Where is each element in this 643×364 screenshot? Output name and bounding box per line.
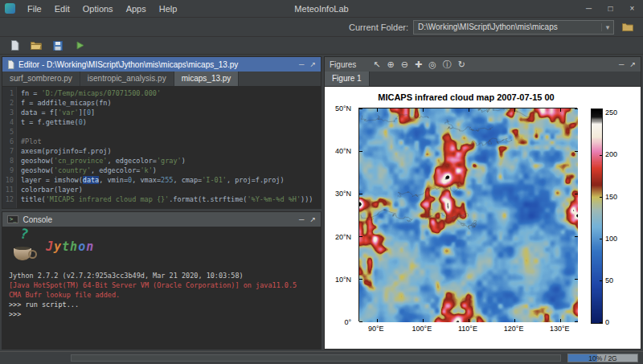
select-tool-icon[interactable]: ↖ bbox=[373, 57, 380, 72]
open-folder-icon bbox=[31, 41, 42, 50]
new-script-button[interactable] bbox=[7, 39, 22, 53]
editor-code: fn = 'D:/Temp/micaps/07071500.000'f = ad… bbox=[17, 87, 321, 208]
y-tick-label: 0° bbox=[344, 318, 351, 326]
panel-float-icon[interactable]: ↗ bbox=[629, 60, 636, 68]
figure-area: MICAPS infrared cloud map 2007-07-15 00 … bbox=[325, 87, 641, 349]
chevron-down-icon[interactable]: ▾ bbox=[601, 23, 613, 31]
main-toolbar bbox=[0, 37, 643, 55]
coffee-cup-icon bbox=[14, 248, 31, 260]
menu-edit[interactable]: Edit bbox=[49, 2, 76, 15]
colorbar-labels: 050100150200250 bbox=[605, 108, 637, 322]
save-button[interactable] bbox=[51, 39, 65, 53]
menu-bar: FileEditOptionsAppsHelp bbox=[22, 2, 182, 15]
y-tick-label: 10°N bbox=[335, 276, 351, 284]
panel-minimize-icon[interactable]: ─ bbox=[619, 60, 624, 68]
line-number: 3 bbox=[2, 108, 14, 117]
line-number: 9 bbox=[2, 166, 14, 175]
close-button[interactable]: × bbox=[621, 2, 643, 15]
figures-tab-bar: Figure 1 bbox=[325, 72, 641, 87]
editor-tab-bar: surf_sombrero.pyisentropic_analysis.pymi… bbox=[2, 72, 321, 87]
minimize-button[interactable]: ─ bbox=[578, 2, 600, 15]
console-panel-header[interactable]: >_ Console ─↗ bbox=[2, 212, 321, 227]
code-line: geoshow('cn_province', edgecolor='gray') bbox=[21, 156, 321, 166]
y-tick-label: 20°N bbox=[335, 233, 351, 241]
zoom-out-tool-icon[interactable]: ⊖ bbox=[401, 57, 408, 72]
x-axis-labels: 90°E100°E110°E120°E130°E bbox=[358, 325, 577, 334]
colorbar-tick-label: 100 bbox=[605, 235, 617, 243]
console-panel-icons: ─↗ bbox=[299, 215, 316, 223]
tab-figure-1[interactable]: Figure 1 bbox=[325, 72, 370, 86]
tab-surf_sombrero.py[interactable]: surf_sombrero.py bbox=[2, 72, 80, 86]
figures-panel: Figures ↖⊕⊖✚◎ⓘ↻ ─↗ Figure 1 MICAPS infra… bbox=[324, 56, 641, 350]
x-tick-label: 90°E bbox=[368, 325, 384, 333]
line-number: 11 bbox=[2, 185, 14, 194]
code-line: axesm(projinfo=f.proj) bbox=[21, 146, 321, 156]
line-number: 8 bbox=[2, 156, 14, 166]
code-line: layer = imshow(data, vmin=0, vmax=255, c… bbox=[21, 175, 321, 185]
console-panel-title: Console bbox=[23, 215, 52, 224]
pan-tool-icon[interactable]: ✚ bbox=[415, 57, 422, 72]
menu-help[interactable]: Help bbox=[154, 2, 183, 15]
browse-folder-button[interactable] bbox=[619, 20, 637, 35]
map-plot[interactable] bbox=[358, 108, 577, 321]
y-tick-label: 40°N bbox=[335, 147, 351, 155]
line-number: 1 bbox=[2, 88, 14, 98]
console-line: [Java HotSpot(TM) 64-Bit Server VM (Orac… bbox=[9, 280, 314, 290]
panel-minimize-icon[interactable]: ─ bbox=[299, 60, 304, 68]
console-output[interactable]: ? Jython Jython 2.7.2 (v2.7.2:925a3cc3b4… bbox=[2, 227, 321, 349]
status-bar: 10% / 2G bbox=[0, 351, 643, 364]
folder-icon bbox=[622, 22, 633, 31]
jython-logo: ? Jython bbox=[10, 231, 314, 268]
main-split: Editor - D:\Working\MIScript\Jython\mis\… bbox=[0, 55, 643, 351]
panel-float-icon[interactable]: ↗ bbox=[309, 60, 316, 68]
colorbar-tick-label: 150 bbox=[605, 193, 617, 201]
editor-panel: Editor - D:\Working\MIScript\Jython\mis\… bbox=[2, 56, 322, 209]
code-line: t = f.gettime(0) bbox=[21, 117, 321, 127]
maximize-button[interactable]: □ bbox=[600, 2, 621, 15]
figure-title: MICAPS infrared cloud map 2007-07-15 00 bbox=[346, 92, 587, 102]
tab-micaps_13.py[interactable]: micaps_13.py bbox=[174, 72, 240, 86]
script-file-icon bbox=[7, 60, 14, 69]
run-icon bbox=[76, 41, 84, 50]
y-tick-label: 30°N bbox=[335, 190, 351, 198]
x-tick-label: 110°E bbox=[458, 325, 477, 333]
code-line: f = addfile_micaps(fn) bbox=[21, 98, 321, 108]
run-script-button[interactable] bbox=[72, 39, 87, 53]
jython-swirl-icon: ? bbox=[19, 228, 30, 239]
code-line: colorbar(layer) bbox=[21, 185, 321, 194]
line-number: 10 bbox=[2, 175, 14, 185]
menu-apps[interactable]: Apps bbox=[121, 2, 152, 15]
colorbar-tick-label: 200 bbox=[605, 150, 617, 158]
window-controls: ─□× bbox=[578, 2, 643, 15]
full-extent-tool-icon[interactable]: ◎ bbox=[428, 57, 436, 72]
menu-options[interactable]: Options bbox=[77, 2, 119, 15]
editor-panel-header[interactable]: Editor - D:\Working\MIScript\Jython\mis\… bbox=[2, 57, 321, 72]
code-line: #Plot bbox=[21, 137, 321, 146]
panel-minimize-icon[interactable]: ─ bbox=[299, 215, 304, 223]
figures-panel-header[interactable]: Figures ↖⊕⊖✚◎ⓘ↻ ─↗ bbox=[325, 57, 641, 72]
code-editor[interactable]: 123456789101112 fn = 'D:/Temp/micaps/070… bbox=[2, 87, 321, 208]
current-folder-combobox[interactable]: D:\Working\MIScript\Jython\mis\micaps ▾ bbox=[413, 20, 614, 35]
map-canvas[interactable] bbox=[359, 108, 578, 322]
console-lines: Jython 2.7.2 (v2.7.2:925a3cc3b49d, Mar 2… bbox=[9, 271, 314, 319]
identify-tool-icon[interactable]: ⓘ bbox=[443, 57, 452, 72]
rotate-tool-icon[interactable]: ↻ bbox=[458, 57, 465, 72]
jython-logo-text: Jython bbox=[46, 242, 94, 252]
panel-float-icon[interactable]: ↗ bbox=[309, 215, 316, 223]
x-tick-label: 130°E bbox=[550, 325, 570, 333]
tab-isentropic_analysis.py[interactable]: isentropic_analysis.py bbox=[80, 72, 174, 86]
editor-panel-title: Editor - D:\Working\MIScript\Jython\mis\… bbox=[18, 60, 238, 69]
figures-tools: ↖⊕⊖✚◎ⓘ↻ bbox=[373, 57, 465, 72]
open-file-button[interactable] bbox=[29, 39, 43, 53]
menu-file[interactable]: File bbox=[22, 2, 47, 15]
console-panel: >_ Console ─↗ ? Jython Jython 2.7.2 (v2.… bbox=[2, 211, 322, 350]
current-folder-label: Current Folder: bbox=[349, 22, 408, 32]
zoom-in-tool-icon[interactable]: ⊕ bbox=[387, 57, 395, 72]
line-number: 6 bbox=[2, 137, 14, 146]
memory-indicator[interactable]: 10% / 2G bbox=[567, 354, 638, 362]
y-tick-label: 50°N bbox=[335, 104, 351, 112]
console-line: CMA Bufr lookup file added. bbox=[9, 290, 314, 300]
y-axis-labels: 0°10°N20°N30°N40°N50°N bbox=[325, 108, 355, 322]
save-icon bbox=[53, 41, 63, 51]
left-column: Editor - D:\Working\MIScript\Jython\mis\… bbox=[2, 56, 322, 350]
